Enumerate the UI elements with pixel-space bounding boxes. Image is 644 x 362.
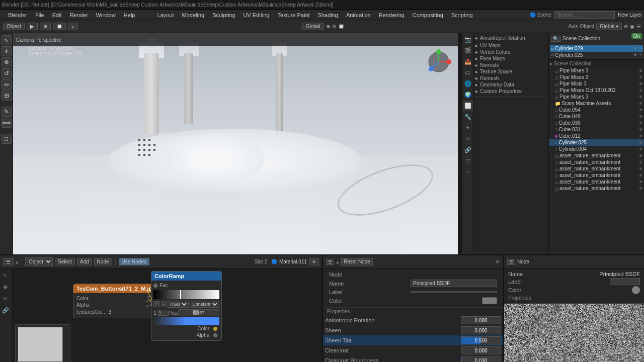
menu-render[interactable]: Render bbox=[68, 12, 90, 18]
node-canvas[interactable]: ↖ ✥ ✂ 🔗 Image Space sRGB Minimal.011 bbox=[0, 268, 322, 362]
eye-icon-s[interactable]: 👁 bbox=[638, 186, 643, 191]
preview-label-field[interactable] bbox=[610, 278, 640, 285]
vertex-colors-header[interactable]: ▸ Vertex Colors bbox=[475, 49, 546, 55]
mesh-btn[interactable]: ⊕ bbox=[40, 23, 51, 30]
sheen-tint-slider[interactable]: 0.500 bbox=[461, 336, 501, 344]
node-links-tool[interactable]: 🔗 bbox=[1, 305, 11, 315]
sheen-slider[interactable]: 0.000 bbox=[461, 326, 501, 334]
ramp-add-stop[interactable]: + bbox=[153, 301, 160, 307]
transform-tool[interactable]: ⊞ bbox=[2, 90, 12, 101]
reset-node-btn[interactable]: Reset Node bbox=[341, 258, 373, 265]
menu-window[interactable]: Window bbox=[94, 12, 118, 18]
geometry-data-header[interactable]: ▸ Geometry Data bbox=[475, 82, 546, 87]
tree-scary-machine[interactable]: 📁 Scary Machine Assets 👁 bbox=[549, 100, 644, 107]
search-input[interactable] bbox=[554, 11, 615, 19]
global-btn[interactable]: Global bbox=[302, 23, 324, 30]
menu-compositing[interactable]: Compositing bbox=[411, 12, 445, 18]
eye-icon-c[interactable]: 👁 bbox=[638, 81, 643, 86]
eye-icon-a[interactable]: 👁 bbox=[638, 68, 643, 73]
mat-props-close-btn[interactable]: ✕ bbox=[495, 258, 500, 265]
eye-icon-l[interactable]: 👁 bbox=[638, 140, 643, 145]
tree-asset-nature-4[interactable]: △ asset_nature_embankment 👁 bbox=[549, 172, 644, 178]
node-close-btn[interactable]: ✕ bbox=[309, 258, 319, 265]
eye-icon-b[interactable]: 👁 bbox=[638, 75, 643, 80]
pivot-btn[interactable]: ⟁ bbox=[68, 23, 78, 30]
tree-cylinder025[interactable]: ○ Cylinder.025 👁 bbox=[549, 139, 644, 146]
menu-help[interactable]: Help bbox=[122, 12, 137, 18]
menu-layout[interactable]: Layout bbox=[155, 12, 176, 18]
view-layer-props-icon[interactable]: 🗂 bbox=[463, 67, 473, 77]
outliner-filter-btn[interactable]: 🔍 bbox=[551, 36, 560, 42]
tree-cube012[interactable]: ■ Cube.012 👁 bbox=[549, 133, 644, 139]
tree-pipe-mises-3c[interactable]: △ Pipe Mises 3 👁 bbox=[549, 94, 644, 100]
pos-slider[interactable]: 0.167 bbox=[178, 309, 219, 316]
eye-icon-m[interactable]: 👁 bbox=[638, 147, 643, 152]
normals-header[interactable]: ▸ Normals bbox=[475, 62, 546, 68]
tree-pipe-mises-3b[interactable]: △ Pipe Mises 3 👁 bbox=[549, 74, 644, 80]
eye-icon-i[interactable]: 👁 bbox=[638, 121, 643, 126]
move-tool[interactable]: ✥ bbox=[2, 57, 12, 67]
eye-icon-d[interactable]: 👁 bbox=[638, 88, 643, 93]
color-ramp-bar[interactable] bbox=[153, 290, 219, 299]
eye-icon-n[interactable]: 👁 bbox=[638, 153, 643, 158]
select-tool[interactable]: ↖ bbox=[2, 35, 12, 45]
output-props-icon[interactable]: 📤 bbox=[463, 56, 473, 66]
scene2-props-icon[interactable]: 🌐 bbox=[463, 78, 473, 88]
remesh-header[interactable]: ▸ Remesh bbox=[475, 75, 546, 81]
snap-btn[interactable]: 🔲 bbox=[53, 23, 66, 30]
eye-icon-q[interactable]: 👁 bbox=[638, 173, 643, 178]
tree-cylinder004[interactable]: ○ Cylinder.004 👁 bbox=[549, 146, 644, 152]
scene-props-icon[interactable]: 📷 bbox=[463, 34, 473, 44]
modifier-props-icon[interactable]: 🔧 bbox=[463, 112, 473, 122]
uv-maps-header[interactable]: ▸ UV Maps bbox=[475, 43, 546, 48]
aniso-slider[interactable]: 0.000 bbox=[461, 316, 501, 324]
menu-sculpting[interactable]: Sculpting bbox=[210, 12, 237, 18]
ramp-remove-stop[interactable]: - bbox=[161, 301, 167, 307]
tree-cube040[interactable]: □ Cube.040 👁 bbox=[549, 113, 644, 120]
scale-tool[interactable]: ⇔ bbox=[2, 79, 12, 89]
tree-pipe-mises-3a[interactable]: △ Pipe Mises 3 👁 bbox=[549, 67, 644, 74]
node-node-btn[interactable]: Node bbox=[94, 258, 112, 265]
menu-uv-editing[interactable]: UV Editing bbox=[241, 12, 271, 18]
menu-shading[interactable]: Shading bbox=[316, 12, 340, 18]
node-editor-mode-btn[interactable]: ☰ bbox=[3, 258, 14, 265]
menu-animation[interactable]: Animation bbox=[344, 12, 373, 18]
constraint-props-icon[interactable]: 🔗 bbox=[463, 145, 473, 155]
tree-cube031[interactable]: □ Cube.031 👁 bbox=[549, 126, 644, 133]
viewport-3d[interactable]: ↔ Camera Perspective Collection | Cylind… bbox=[13, 33, 458, 254]
preview-color-dot[interactable] bbox=[632, 286, 640, 294]
node-name-value[interactable]: Principled BSDF bbox=[411, 280, 497, 287]
color-stop-swatch[interactable] bbox=[153, 317, 219, 325]
node-label-value[interactable] bbox=[411, 291, 497, 293]
clearcoat-rough-slider[interactable]: 0.030 bbox=[461, 356, 501, 362]
use-nodes-btn[interactable]: Use Nodes bbox=[119, 258, 149, 265]
eye-icon-e[interactable]: 👁 bbox=[638, 95, 643, 100]
overlay-icon[interactable]: ⊕ bbox=[624, 24, 628, 29]
viewport-options[interactable]: ☰ bbox=[636, 24, 641, 29]
ramp-interp-select[interactable]: RGB bbox=[168, 301, 189, 308]
tree-asset-nature-2[interactable]: △ asset_nature_embankment 👁 bbox=[549, 159, 644, 165]
custom-props-header[interactable]: ▸ Custom Properties bbox=[475, 88, 546, 94]
tree-asset-nature-1[interactable]: △ asset_nature_embankment 👁 bbox=[549, 152, 644, 159]
eye-icon-p[interactable]: 👁 bbox=[638, 166, 643, 171]
global-mode[interactable]: Global ▾ bbox=[596, 23, 622, 30]
node-move-tool[interactable]: ✥ bbox=[1, 282, 11, 292]
measure-tool[interactable]: ⟺ bbox=[2, 118, 12, 128]
transform-section-header[interactable]: ▸ Anisotropic Rotation bbox=[475, 35, 546, 41]
tree-cube054[interactable]: □ Cube.054 👁 bbox=[549, 107, 644, 113]
menu-file[interactable]: File bbox=[33, 12, 46, 18]
render-props-icon[interactable]: 🎬 bbox=[463, 45, 473, 55]
eye-icon-j[interactable]: 👁 bbox=[638, 127, 643, 132]
mat-props-hamburger[interactable]: ☰ bbox=[326, 259, 334, 265]
annotate-tool[interactable]: ✎ bbox=[2, 107, 12, 117]
clearcoat-slider[interactable]: 0.000 bbox=[461, 346, 501, 354]
eye-icon-g[interactable]: 👁 bbox=[638, 108, 643, 113]
node-select-btn[interactable]: Select bbox=[55, 258, 75, 265]
tree-asset-nature-6[interactable]: △ asset_nature_embankment 👁 bbox=[549, 185, 644, 192]
eye-icon-k[interactable]: 👁 bbox=[638, 134, 643, 139]
physics-props-icon[interactable]: ⚛ bbox=[463, 134, 473, 144]
viewport-shading[interactable]: ◉ bbox=[630, 24, 634, 29]
menu-modeling[interactable]: Modeling bbox=[180, 12, 206, 18]
tree-asset-nature-3[interactable]: △ asset_nature_embankment 👁 bbox=[549, 165, 644, 172]
menu-rendering[interactable]: Rendering bbox=[377, 12, 407, 18]
